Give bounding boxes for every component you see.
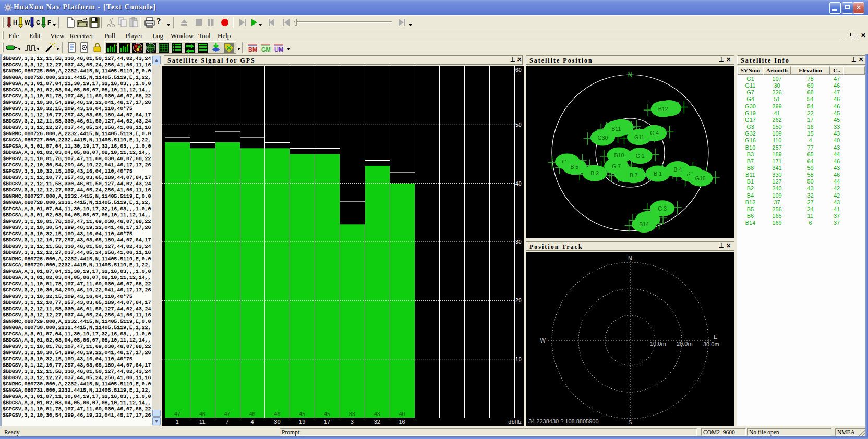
svg-text:G 1: G 1 [636, 153, 645, 159]
svg-text:47: 47 [174, 411, 180, 417]
svg-text:C: C [36, 19, 40, 26]
svg-text:60: 60 [515, 67, 522, 73]
svg-text:40: 40 [515, 180, 522, 187]
svg-text:UM: UM [274, 46, 283, 53]
svg-text:G16: G16 [695, 175, 706, 181]
svg-text:G30: G30 [598, 135, 608, 141]
svg-text:3: 3 [351, 419, 354, 425]
svg-text:43: 43 [374, 411, 380, 417]
svg-text:46: 46 [199, 411, 206, 417]
svg-text:10: 10 [515, 356, 522, 362]
svg-text:11: 11 [199, 419, 205, 425]
svg-text:N: N [628, 255, 632, 261]
svg-text:E: E [714, 334, 717, 340]
svg-text:W: W [540, 337, 546, 344]
svg-text:1: 1 [176, 419, 179, 425]
svg-text:N: N [628, 71, 633, 79]
svg-text:G 3: G 3 [658, 205, 667, 212]
svg-text:G 4: G 4 [650, 130, 659, 136]
svg-text:S: S [628, 419, 632, 425]
svg-text:34.2238430 ? 108.8805900: 34.2238430 ? 108.8805900 [528, 418, 599, 424]
svg-text:B: B [127, 43, 129, 47]
svg-text:H: H [13, 19, 17, 26]
svg-text:30: 30 [274, 419, 280, 425]
svg-text:B 7: B 7 [630, 172, 638, 178]
svg-text:F: F [47, 19, 51, 26]
svg-text:BM: BM [248, 46, 257, 53]
svg-text:B 1: B 1 [654, 170, 662, 177]
svg-text:40: 40 [399, 411, 405, 417]
svg-text:B 2: B 2 [590, 170, 599, 176]
svg-text:B11: B11 [611, 126, 621, 132]
svg-text:G: G [114, 43, 117, 47]
svg-text:B12: B12 [658, 106, 668, 112]
svg-text:B10: B10 [614, 152, 624, 158]
svg-text:30.0m: 30.0m [703, 341, 719, 347]
svg-text:45: 45 [324, 411, 330, 417]
svg-text:16: 16 [399, 419, 405, 425]
svg-text:32: 32 [374, 419, 380, 425]
svg-text:46: 46 [274, 411, 281, 417]
svg-text:20.0m: 20.0m [677, 340, 693, 347]
svg-text:B14: B14 [639, 221, 649, 227]
svg-text:GM: GM [261, 46, 271, 53]
svg-text:33: 33 [349, 411, 355, 417]
svg-text:30: 30 [515, 239, 522, 245]
svg-text:4: 4 [250, 419, 254, 425]
svg-text:7: 7 [226, 419, 229, 425]
svg-text:19: 19 [299, 419, 305, 425]
svg-text:17: 17 [324, 419, 330, 425]
svg-text:46: 46 [249, 411, 256, 417]
svg-text:B 5: B 5 [570, 164, 578, 170]
svg-text:47: 47 [224, 411, 231, 417]
svg-text:dbHz: dbHz [508, 419, 522, 425]
svg-text:B 4: B 4 [674, 166, 682, 173]
svg-text:20: 20 [515, 297, 522, 303]
svg-text:45: 45 [299, 411, 305, 417]
svg-text:50: 50 [515, 121, 522, 128]
svg-text:10.0m: 10.0m [650, 340, 666, 347]
